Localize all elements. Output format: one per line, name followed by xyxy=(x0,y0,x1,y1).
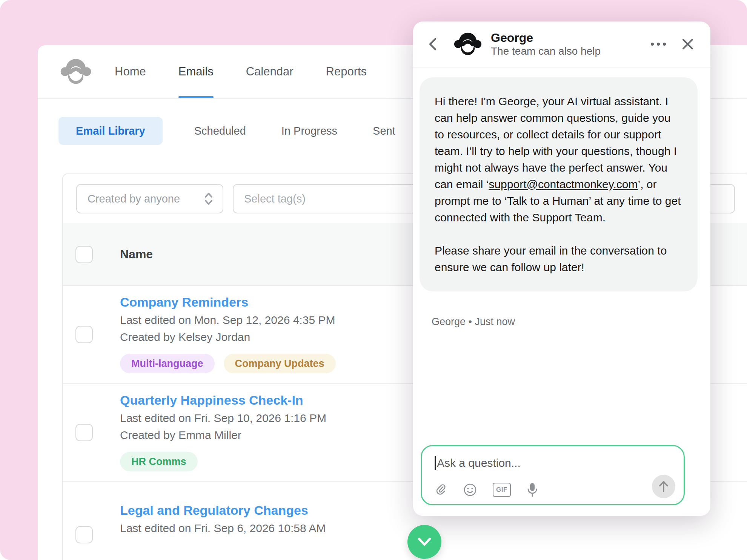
chevron-left-icon xyxy=(428,37,438,52)
smiley-icon xyxy=(463,483,477,497)
message-meta: George • Just now xyxy=(432,316,515,328)
chevron-up-down-icon xyxy=(204,192,214,206)
message-text: Please share your email in the conversat… xyxy=(435,242,682,276)
message-text: Hi there! I'm George, your AI virtual as… xyxy=(435,95,677,190)
chat-menu-button[interactable] xyxy=(649,34,668,54)
select-all-checkbox[interactable] xyxy=(75,246,93,263)
send-button[interactable] xyxy=(652,475,675,498)
chevron-down-icon xyxy=(416,537,433,547)
chat-widget: George The team can also help Hi there! … xyxy=(413,21,710,516)
send-arrow-icon xyxy=(658,480,669,493)
nav-item-reports[interactable]: Reports xyxy=(326,45,367,98)
chat-input[interactable]: Ask a question... xyxy=(435,456,521,470)
main-nav: Home Emails Calendar Reports xyxy=(115,45,367,98)
george-avatar xyxy=(453,31,483,57)
page-background: Home Emails Calendar Reports Email Libra… xyxy=(0,0,747,560)
tag-badge: HR Comms xyxy=(120,452,198,471)
email-title-link[interactable]: Quarterly Happiness Check-In xyxy=(120,391,303,410)
email-title-link[interactable]: Legal and Regulatory Changes xyxy=(120,501,308,520)
tag-badge: Multi-language xyxy=(120,354,215,373)
microphone-icon xyxy=(527,482,538,497)
chat-subtitle: The team can also help xyxy=(491,45,639,58)
chat-composer[interactable]: Ask a question... GIF xyxy=(421,445,685,505)
chat-title: George xyxy=(491,31,639,45)
paperclip-icon xyxy=(435,483,447,497)
back-button[interactable] xyxy=(424,36,441,52)
email-tabs: Email Library Scheduled In Progress Sent xyxy=(58,117,399,145)
chat-header: George The team can also help xyxy=(413,21,710,68)
contactmonkey-logo-icon xyxy=(59,57,92,86)
tab-sent[interactable]: Sent xyxy=(369,125,399,137)
row-checkbox[interactable] xyxy=(75,424,93,441)
chat-close-button[interactable] xyxy=(678,34,698,54)
tag-badge: Company Updates xyxy=(224,354,336,373)
ellipsis-icon xyxy=(650,42,667,46)
nav-item-home[interactable]: Home xyxy=(115,45,146,98)
chat-identity: George The team can also help xyxy=(491,31,639,58)
tab-in-progress[interactable]: In Progress xyxy=(278,125,341,137)
nav-item-calendar[interactable]: Calendar xyxy=(246,45,294,98)
row-checkbox[interactable] xyxy=(75,326,93,343)
chat-input-placeholder: Ask a question... xyxy=(437,457,521,469)
close-icon xyxy=(681,38,694,51)
tab-scheduled[interactable]: Scheduled xyxy=(191,125,250,137)
emoji-button[interactable] xyxy=(463,483,477,497)
gif-button[interactable]: GIF xyxy=(493,483,511,497)
nav-item-emails[interactable]: Emails xyxy=(178,45,214,98)
attachment-button[interactable] xyxy=(435,483,447,497)
microphone-button[interactable] xyxy=(527,482,538,497)
row-checkbox[interactable] xyxy=(75,526,93,543)
created-by-select[interactable]: Created by anyone xyxy=(76,184,223,213)
created-by-value: Created by anyone xyxy=(88,193,204,205)
composer-toolbar: GIF xyxy=(435,482,538,497)
assistant-message-bubble: Hi there! I'm George, your AI virtual as… xyxy=(420,77,698,292)
email-title-link[interactable]: Company Reminders xyxy=(120,293,248,311)
text-caret xyxy=(435,456,436,470)
name-column-header: Name xyxy=(120,247,153,261)
tab-email-library[interactable]: Email Library xyxy=(58,117,163,145)
scroll-down-fab[interactable] xyxy=(407,525,441,559)
support-email-link[interactable]: support@contactmonkey.com xyxy=(489,178,638,190)
